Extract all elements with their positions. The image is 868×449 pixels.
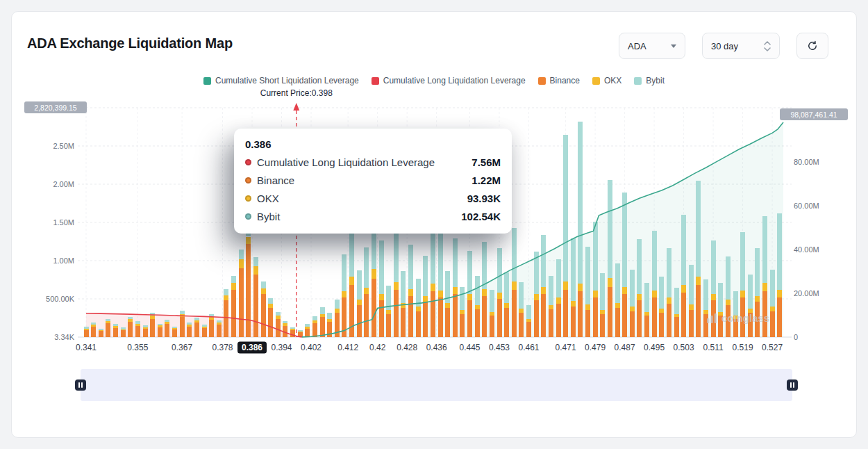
svg-text:0.42: 0.42 bbox=[369, 343, 386, 352]
tooltip-series-label: Cumulative Long Liquidation Leverage bbox=[257, 156, 435, 168]
stepper-icons bbox=[764, 41, 771, 51]
svg-text:0.341: 0.341 bbox=[76, 343, 97, 352]
svg-text:98,087,461.41: 98,087,461.41 bbox=[790, 111, 837, 119]
svg-text:80.00M: 80.00M bbox=[794, 158, 819, 166]
tooltip-price: 0.386 bbox=[245, 138, 501, 150]
refresh-icon bbox=[806, 40, 819, 52]
tooltip-row: Binance1.22M bbox=[245, 174, 501, 186]
refresh-button[interactable] bbox=[796, 33, 828, 59]
svg-text:0.394: 0.394 bbox=[272, 343, 292, 352]
svg-text:60.00M: 60.00M bbox=[794, 202, 819, 210]
svg-text:0.471: 0.471 bbox=[556, 343, 576, 352]
svg-text:2,820,399.15: 2,820,399.15 bbox=[34, 104, 76, 112]
series-dot-icon bbox=[245, 177, 251, 183]
svg-text:500.00K: 500.00K bbox=[46, 295, 75, 303]
legend-item[interactable]: OKX bbox=[592, 76, 621, 85]
watermark-text: coinglass bbox=[721, 312, 769, 324]
legend-item[interactable]: Binance bbox=[538, 76, 580, 85]
chart-legend: Cumulative Short Liquidation LeverageCum… bbox=[12, 76, 856, 85]
handle-grip bbox=[81, 382, 83, 388]
legend-swatch-icon bbox=[634, 77, 642, 85]
svg-text:0.445: 0.445 bbox=[459, 343, 480, 352]
legend-label: Binance bbox=[550, 76, 580, 85]
svg-text:0.436: 0.436 bbox=[426, 343, 447, 352]
legend-swatch-icon bbox=[372, 77, 379, 85]
svg-text:3.34K: 3.34K bbox=[54, 333, 74, 341]
chevron-down-icon bbox=[764, 47, 771, 51]
series-dot-icon bbox=[245, 159, 251, 165]
legend-item[interactable]: Cumulative Short Liquidation Leverage bbox=[203, 76, 359, 85]
legend-item[interactable]: Cumulative Long Liquidation Leverage bbox=[372, 76, 526, 85]
svg-text:0.479: 0.479 bbox=[585, 343, 606, 352]
legend-item[interactable]: Bybit bbox=[634, 76, 665, 85]
legend-swatch-icon bbox=[203, 77, 211, 85]
svg-text:0.402: 0.402 bbox=[301, 343, 322, 352]
tooltip-series-label: Binance bbox=[257, 174, 294, 186]
svg-text:0.386: 0.386 bbox=[242, 343, 262, 352]
svg-text:40.00M: 40.00M bbox=[794, 245, 819, 254]
svg-text:0.355: 0.355 bbox=[127, 343, 148, 352]
current-price-label: Current Price:0.398 bbox=[260, 88, 333, 98]
svg-text:0.519: 0.519 bbox=[733, 343, 753, 352]
svg-text:0.503: 0.503 bbox=[674, 343, 694, 352]
period-select-value: 30 day bbox=[711, 41, 738, 51]
svg-text:0.511: 0.511 bbox=[703, 343, 724, 352]
handle-grip bbox=[78, 382, 80, 388]
legend-label: Cumulative Long Liquidation Leverage bbox=[383, 76, 526, 85]
svg-text:1.00M: 1.00M bbox=[53, 256, 74, 265]
coin-select[interactable]: ADA bbox=[619, 33, 685, 59]
range-slider-right-handle[interactable] bbox=[787, 379, 798, 391]
tooltip-rows: Cumulative Long Liquidation Leverage7.56… bbox=[245, 156, 501, 222]
svg-text:0.428: 0.428 bbox=[397, 343, 417, 352]
legend-label: Bybit bbox=[646, 76, 665, 85]
liquidation-map-card: ADA Exchange Liquidation Map ADA 30 day … bbox=[11, 11, 857, 438]
page-title: ADA Exchange Liquidation Map bbox=[27, 35, 233, 51]
svg-text:0.412: 0.412 bbox=[337, 343, 358, 352]
period-select[interactable]: 30 day bbox=[702, 33, 780, 59]
tooltip-row: OKX93.93K bbox=[245, 193, 501, 204]
legend-label: OKX bbox=[604, 76, 621, 85]
svg-text:0.495: 0.495 bbox=[644, 343, 665, 352]
svg-text:1.50M: 1.50M bbox=[53, 218, 74, 227]
svg-text:0.378: 0.378 bbox=[212, 343, 233, 352]
coin-select-value: ADA bbox=[628, 41, 646, 51]
tooltip-series-value: 7.56M bbox=[471, 156, 501, 168]
tooltip-series-label: Bybit bbox=[257, 211, 280, 222]
svg-text:0.461: 0.461 bbox=[518, 343, 539, 352]
axis-max-badges: 2,820,399.1598,087,461.41 bbox=[24, 101, 848, 120]
watermark: coinglass bbox=[706, 312, 769, 324]
legend-label: Cumulative Short Liquidation Leverage bbox=[215, 76, 359, 85]
tooltip-row: Cumulative Long Liquidation Leverage7.56… bbox=[245, 156, 501, 168]
svg-text:0.453: 0.453 bbox=[489, 343, 510, 352]
tooltip-series-value: 102.54K bbox=[461, 211, 501, 222]
tooltip-series-label: OKX bbox=[257, 193, 279, 204]
svg-text:0.487: 0.487 bbox=[615, 343, 635, 352]
chevron-down-icon bbox=[671, 44, 676, 48]
chart-tooltip: 0.386 Cumulative Long Liquidation Levera… bbox=[234, 129, 512, 234]
svg-text:2.50M: 2.50M bbox=[53, 142, 74, 150]
series-dot-icon bbox=[245, 213, 251, 220]
chevron-up-icon bbox=[764, 41, 771, 45]
handle-grip bbox=[793, 382, 794, 388]
svg-text:2.00M: 2.00M bbox=[53, 180, 74, 188]
legend-swatch-icon bbox=[538, 77, 546, 85]
range-slider[interactable] bbox=[81, 369, 792, 401]
range-slider-left-handle[interactable] bbox=[75, 379, 86, 391]
series-dot-icon bbox=[245, 195, 251, 202]
svg-text:0: 0 bbox=[794, 333, 798, 341]
svg-text:0.527: 0.527 bbox=[762, 343, 783, 352]
header-controls: ADA 30 day bbox=[619, 33, 828, 59]
svg-text:0.367: 0.367 bbox=[172, 343, 192, 352]
handle-grip bbox=[790, 382, 792, 388]
tooltip-series-value: 1.22M bbox=[471, 174, 501, 186]
tooltip-row: Bybit102.54K bbox=[245, 211, 501, 222]
coinglass-logo-icon bbox=[706, 313, 717, 324]
tooltip-series-value: 93.93K bbox=[467, 193, 501, 204]
svg-text:20.00M: 20.00M bbox=[794, 289, 819, 297]
legend-swatch-icon bbox=[592, 77, 600, 85]
x-axis-labels: 0.3410.3550.3670.3780.3860.3940.4020.412… bbox=[76, 342, 783, 354]
